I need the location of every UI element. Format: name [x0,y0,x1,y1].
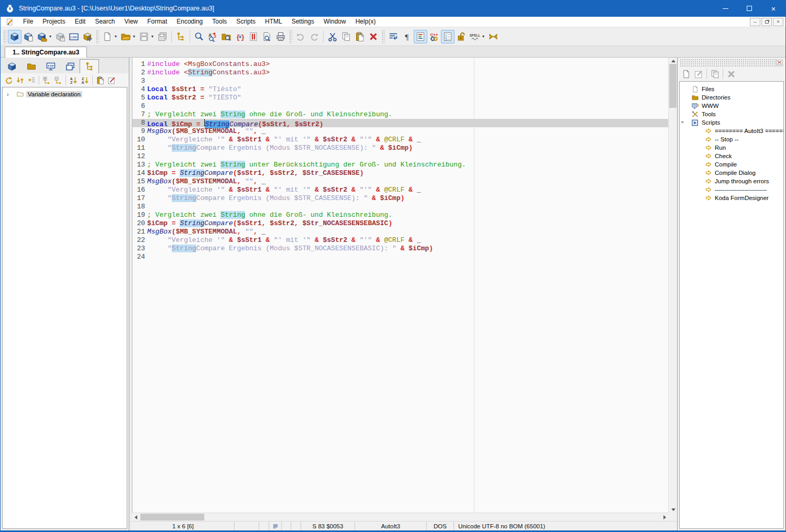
show-formatting-button[interactable]: ¶ [400,30,414,43]
project-settings-button[interactable] [81,30,94,43]
code-line[interactable]: 10 "Vergleiche '" & $sStr1 & "' mit '" &… [132,136,668,144]
code-line[interactable]: 12 [132,152,668,161]
menu-tools[interactable]: Tools [207,17,231,27]
code-line[interactable]: 18 [132,203,668,211]
mdi-close-button[interactable]: × [773,18,783,26]
code-line[interactable]: 22 "Vergleiche '" & $sStr1 & "' mit '" &… [132,236,668,245]
swap-button[interactable] [14,74,26,86]
project-button[interactable] [8,30,21,43]
print-button[interactable] [274,30,287,43]
code-line[interactable]: 7; Vergleicht zwei String ohne die Groß-… [132,110,668,119]
project-panel-tab[interactable] [2,59,21,73]
scroll-right-icon[interactable] [661,513,668,521]
script-item[interactable]: Koda FormDesigner [680,194,783,202]
menu-file[interactable]: File [18,17,38,27]
script-item[interactable]: Jump through errors [680,177,783,185]
tab-stringcompare[interactable]: 1.. StringCompare.au3 [5,47,87,58]
print-preview-button[interactable] [260,30,274,43]
code-line[interactable]: 3 [132,77,668,85]
word-wrap-button[interactable] [386,30,400,43]
tree-item-scripts[interactable]: ›Scripts [680,118,783,127]
sort-za-button[interactable]: ZA [79,74,91,86]
paste-button[interactable] [353,30,367,43]
code-line[interactable]: 16 "Vergleiche '" & $sStr1 & "' mit '" &… [132,186,668,194]
log-button[interactable]: LOG [67,30,81,43]
project-new-button[interactable] [21,30,35,43]
copy-item-button[interactable] [94,74,106,86]
script-item[interactable]: Run [680,143,783,152]
horizontal-scroll-thumb[interactable] [140,514,204,520]
pin-button[interactable] [486,30,500,43]
undo-button[interactable] [294,30,307,43]
scroll-down-icon[interactable] [669,506,678,513]
code-line[interactable]: 5Local $sStr2 = "TIËSTO" [132,94,668,102]
new-file-button[interactable] [101,30,114,43]
code-line[interactable]: 13; Vergleicht zwei String unter Berücks… [132,161,668,169]
save-button[interactable] [137,30,151,43]
mdi-restore-button[interactable] [761,18,772,26]
script-item[interactable]: -------------------------- [680,185,783,194]
menu-helpx[interactable]: Help(x) [351,17,381,27]
script-item[interactable]: Check [680,152,783,160]
tree-item-tools[interactable]: Tools [680,110,783,118]
collapse-tree-button[interactable] [52,74,64,86]
chevron-right-icon[interactable]: › [7,91,13,97]
tree-item-files[interactable]: Files [680,85,783,93]
scroll-left-icon[interactable] [132,513,139,521]
script-item[interactable]: Compile [680,160,783,169]
tree-item-directories[interactable]: Directories [680,93,783,102]
code-explorer-panel-tab[interactable] [80,59,99,73]
redo-button[interactable] [307,30,321,43]
code-line[interactable]: 21MsgBox($MB_SYSTEMMODAL, "", _ [132,228,668,236]
code-line[interactable]: 8Local $iCmp = StringCompare($sStr1, $sS… [132,119,668,127]
files-panel-tab[interactable] [21,59,41,73]
windows-panel-tab[interactable] [60,59,80,73]
line-numbers-button[interactable]: 123 [441,30,455,43]
code-line[interactable]: 23 "StringCompare Ergebnis (Modus $STR_N… [132,245,668,253]
menu-html[interactable]: HTML [260,17,287,27]
find-in-files-button[interactable] [219,30,233,43]
chevron-down-icon[interactable]: ▾ [151,34,156,39]
syntax-highlight-button[interactable] [414,30,427,43]
tree-item-www[interactable]: WWW [680,102,783,110]
code-line[interactable]: 17 "StringCompare Ergebnis (Modus $STR_C… [132,194,668,203]
vertical-scroll-thumb[interactable] [669,64,677,108]
menu-search[interactable]: Search [90,17,119,27]
menu-edit[interactable]: Edit [70,17,91,27]
minimize-button[interactable] [713,0,737,17]
goto-declaration-button[interactable] [26,74,37,86]
code-line[interactable]: 1#include <MsgBoxConstants.au3> [132,60,668,69]
refresh-button[interactable] [3,74,14,86]
code-line[interactable]: 19; Vergleicht zwei String ohne die Groß… [132,211,668,219]
scroll-up-icon[interactable] [669,58,678,64]
code-editor[interactable]: 1#include <MsgBoxConstants.au3>2#include… [132,58,668,513]
code-line[interactable]: 6 [132,102,668,110]
chevron-down-icon[interactable]: ▾ [115,34,119,39]
close-button[interactable]: × [761,0,785,17]
code-line[interactable]: 11 "StringCompare Ergebnis (Modus $STR_N… [132,144,668,152]
lock-button[interactable] [455,30,468,43]
spell-check-button[interactable]: SPELL [468,30,482,43]
chevron-down-icon[interactable]: ▾ [133,34,137,39]
open-file-button[interactable] [119,30,132,43]
ftp-panel-tab[interactable]: FTP [41,59,60,73]
code-line[interactable]: 15MsgBox($MB_SYSTEMMODAL, "", _ [132,178,668,186]
menu-window[interactable]: Window [319,17,351,27]
chevron-down-icon[interactable]: › [680,121,686,123]
script-item[interactable]: -- Stop -- [680,135,783,143]
project-save-button[interactable] [53,30,67,43]
sort-az-button[interactable]: AZ [68,74,79,86]
editor-vertical-scrollbar[interactable] [668,58,677,513]
cut-button[interactable] [326,30,339,43]
script-new-button[interactable] [680,68,692,80]
code-line[interactable]: 14$iCmp = StringCompare($sStr1, $sStr2, … [132,169,668,178]
chevron-down-icon[interactable]: ▾ [49,34,53,39]
code-line[interactable]: 2#include <StringConstants.au3> [132,69,668,77]
tree-item-variable-declaration[interactable]: ›Variable declaration [3,90,127,98]
code-line[interactable]: 20$iCmp = StringCompare($sStr1, $sStr2, … [132,219,668,228]
panel-grip[interactable] [680,59,783,66]
close-panel-icon[interactable] [776,59,783,65]
goto-bracket-button[interactable]: {+} [233,30,247,43]
chevron-down-icon[interactable]: ▾ [482,34,486,39]
script-copy-button[interactable] [708,68,721,80]
